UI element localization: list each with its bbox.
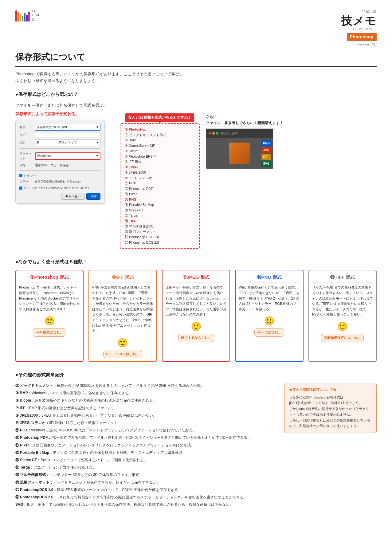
save-middle: なんと22種類も形式があるんですね！ ① Photoshop ② ビッグドキュメ…	[120, 111, 200, 249]
dialog-layer-label: レイヤー	[24, 173, 36, 178]
save-left: 保存形式によって拡張子が変わる。 名前： 保存形式について.psd ▼ タグ： …	[15, 111, 114, 203]
format-item-19: ⑲ マルチ画像形式	[125, 224, 195, 229]
gif-chara: 🙂 GIF アニメにはこれ。	[92, 336, 153, 358]
gimemo-title: 技メモ	[341, 15, 377, 26]
other-item-svg: SVG：拡大・縮小しても画質が損なわれないベクトル形式の保存方法。複雑な計算式で…	[15, 502, 377, 508]
dialog-box: 名前： 保存形式について.psd ▼ タグ： 場所： 🖥 デスクトップ ▼	[15, 120, 104, 203]
format-item-12: ⑫ Photoshop PDF	[125, 186, 195, 191]
file-menu-text: ファイル→保存（または別名保存）で形式を選ぶ。	[15, 102, 377, 109]
format-card-png: ⑭PNG 形式 WEB 画像の保存として最も使う形式。JPEG ほど圧縮できない…	[235, 270, 303, 362]
format-card-gif: ④GIF 形式 PNG が出る前の WEB 画像用として使われていた形式。PNG…	[88, 270, 157, 362]
format-item-20: ⑳ 汎用フォーマット	[125, 229, 195, 234]
format-card-jpg: ⑧JPEG 形式 圧縮率が一番高い形式。軽くなるので、メール添付画像や、web …	[162, 270, 230, 362]
format-item-3: ③ BMP	[125, 138, 195, 143]
format-card-jpg-body: 圧縮率が一番高い形式。軽くなるので、メール添付画像や、web 画像にも使われる。…	[166, 285, 226, 317]
png-note: web にはこれ。	[254, 328, 284, 337]
section3: ●その他の形式簡単紹介 ★昔の主流EPS保存について★ ちなみに⑥のPhotos…	[15, 371, 377, 514]
logo-bar-2	[18, 12, 19, 22]
dialog-divider2	[19, 170, 100, 171]
screenshot-titlebar: 書き出し形式	[206, 129, 273, 138]
other-item-dcs2: ㉒ PhotoshopDCS 2.0：1.0 に加えて特別なインクで印刷する際に…	[15, 494, 377, 500]
format-card-gif-body: PNG が出る前の WEB 画像用として使われていた形式。PNG 同様、「透明」…	[92, 285, 153, 333]
dialog-format-label: フォーマット：	[19, 151, 33, 161]
format-card-gif-title: ④GIF 形式	[92, 273, 153, 282]
format-card-tiff: ⑱TIFF 形式 サイズが 4GB までの高解像度の画像をそのまま保存するのに適…	[308, 270, 377, 362]
format-item-4: ④ CompuServe GIF	[125, 143, 195, 148]
png-chara: 🙂 web にはこれ。	[239, 314, 300, 336]
dialog-where-arrow: ▼	[96, 140, 99, 145]
dialog-where-select[interactable]: 🖥 デスクトップ ▼	[35, 139, 100, 146]
gif-note: GIF アニメにはこれ。	[103, 350, 142, 359]
badge-png: PNG	[261, 140, 271, 147]
format-item-9: ⑨ JPEG 2000	[125, 170, 195, 175]
dialog-tag-row: タグ：	[19, 132, 100, 137]
dialog-layer-checkbox[interactable]	[19, 174, 22, 177]
png-chara-icon: 🙂	[239, 314, 300, 328]
eps-box-title: ★昔の主流EPS保存について★	[289, 387, 372, 393]
other-item-targa: ⑰ Targa：アニメーション分野で使われる形式。	[15, 465, 377, 470]
logo-bar-3	[20, 14, 21, 22]
logo-area: O CHA BI	[15, 9, 39, 22]
format-card-ps-body: Photoshop で一番使う形式。レイヤー情報も保持し、Illustrator…	[19, 285, 80, 312]
dialog-where-value: デスクトップ	[59, 140, 77, 145]
ps-chara-icon: 🙂	[19, 314, 80, 328]
photoshop-badge: Photoshop	[347, 33, 377, 41]
logo-cha: CHA	[32, 13, 39, 17]
dialog-save-options: 通常保存 コピーを保存	[35, 163, 69, 168]
eps-box: ★昔の主流EPS保存について★ ちなみに⑥のPhotoshop EPS形式は […	[284, 383, 377, 433]
logo-o: O	[32, 9, 39, 13]
format-card-ps-title: ①Photoshop 形式	[19, 273, 80, 282]
save-section: 保存形式によって拡張子が変わる。 名前： 保存形式について.psd ▼ タグ： …	[15, 111, 377, 249]
format-item-11: ⑪ PCX	[125, 181, 195, 186]
dialog-tag-input[interactable]	[35, 133, 100, 137]
dialog-embed-label: カラープロファイルの埋め込み: sRGB IEC61966-2.1	[24, 186, 89, 190]
win-close	[209, 132, 211, 135]
dialog-buttons: キャンセル 保存	[19, 193, 100, 200]
orange-object	[229, 143, 250, 164]
dialog-tag-label: タグ：	[19, 132, 33, 137]
format-item-18: ⑱ TIFF	[125, 218, 195, 224]
dialog-where-icon: 🖥	[37, 140, 40, 145]
page: O CHA BI 20191101 技メモ - GIMEMO - Photosh…	[0, 0, 392, 526]
format-badges-container: PNG JPG GIF SVG	[261, 140, 271, 167]
dialog-color-options: 作業用色空間を埋め込む: 有効 CMYK	[35, 179, 81, 184]
format-item-6: ⑥ Photoshop EPS ※	[125, 154, 195, 159]
dialog-cancel-button[interactable]: キャンセル	[61, 193, 84, 200]
dialog-format-select[interactable]: Photoshop ▼	[35, 152, 100, 160]
gimemo-sub: - GIMEMO -	[341, 26, 377, 32]
dialog-embed-row: カラープロファイルの埋め込み: sRGB IEC61966-2.1	[19, 186, 100, 190]
jpg-chara: 🙂 軽くするならこれ。	[166, 320, 226, 342]
ps-chara: 🙂 web 以外はこれ。	[19, 314, 80, 336]
other-item-dcs1: ㉑ PhotoshopDCS 1.0：標準 EPS 形式のバージョンの 1 つで…	[15, 487, 377, 493]
further-note: さらに ファイル→書き出しでさらに１種類増えます！	[206, 114, 377, 126]
logo-bi: BI	[32, 18, 39, 22]
jpg-chara-icon: 🙂	[166, 320, 226, 334]
dialog-color-label: カラー：	[19, 179, 33, 184]
format-item-1: ① Photoshop	[125, 127, 195, 132]
format-card-tiff-title: ⑱TIFF 形式	[312, 273, 373, 282]
dialog-save-button[interactable]: 保存	[86, 193, 100, 200]
other-item-pspdf: ⑫ Photoshop PDF：PDF 保存できる形式。ファイル→自動処理→PD…	[15, 435, 377, 441]
other-item-scitex: ⑯ Scitex CT：Scitex コンピューターで処理するハイエンド画像で使…	[15, 457, 377, 463]
format-list: ① Photoshop ② ビッグドキュメント形式 ③ BMP ④ CompuS…	[125, 127, 195, 245]
dialog-embed-checkbox[interactable]	[19, 187, 22, 190]
intro-text: Photoshop で保存する際、いくつかの保存形式があります。ここではその違い…	[15, 71, 377, 84]
format-item-5: ⑤ Dicom	[125, 148, 195, 154]
dialog-name-input[interactable]: 保存形式について.psd ▼	[35, 124, 100, 131]
format-item-17: ⑰ Targa	[125, 213, 195, 218]
ps-note: web 以外はこれ。	[33, 328, 66, 337]
extension-note: 保存形式によって拡張子が変わる。	[15, 111, 114, 117]
other-item-general: ⑳ 汎用フォーマット：ビッグドキュメントを保存できるが、レイヤーは保存できない。	[15, 480, 377, 485]
dialog-dropdown-arrow: ▼	[96, 125, 99, 130]
tiff-chara: 🙂 高解像度保存にはこれ。	[312, 320, 373, 342]
badge-jpg: JPG	[261, 147, 271, 153]
dialog-name-value: 保存形式について.psd	[37, 125, 67, 130]
logo-bar-7	[28, 12, 30, 22]
win-min	[212, 132, 215, 135]
win-max	[216, 132, 218, 135]
format-item-8: ⑧ JPEG	[125, 165, 195, 170]
tiff-note: 高解像度保存にはこれ。	[321, 334, 364, 342]
header-right: 20191101 技メモ - GIMEMO - Photoshop versio…	[341, 9, 377, 47]
format-item-7: ⑦ IFF 形式	[125, 159, 195, 164]
dialog-format-arrow: ▼	[96, 154, 99, 159]
